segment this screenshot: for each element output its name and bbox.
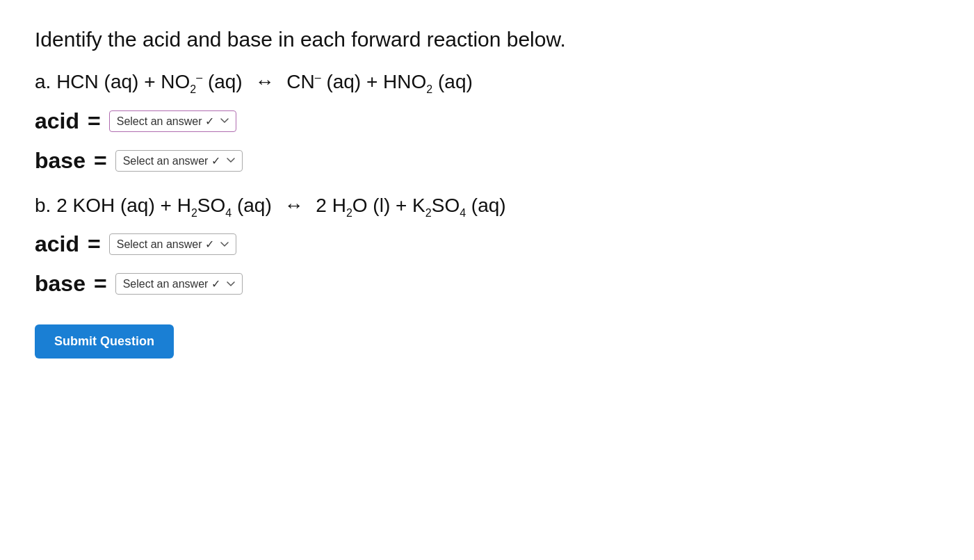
reaction-b-acid-equals: = — [88, 231, 101, 257]
instructions: Identify the acid and base in each forwa… — [35, 28, 939, 51]
reaction-a-label: a. — [35, 71, 56, 92]
reaction-b-reactants: 2 KOH (aq) + H2SO4 (aq) — [56, 195, 272, 216]
reaction-b-acid-select[interactable]: Select an answer ✓ — [109, 233, 236, 255]
reaction-b-base-label: base — [35, 271, 86, 297]
reaction-b-block: b. 2 KOH (aq) + H2SO4 (aq) ↔ 2 H2O (l) +… — [35, 195, 939, 297]
submit-button[interactable]: Submit Question — [35, 324, 174, 359]
reaction-a-acid-select[interactable]: Select an answer ✓ — [109, 110, 236, 132]
reaction-a-arrow: ↔ — [254, 71, 279, 92]
reaction-b-base-select[interactable]: Select an answer ✓ — [115, 273, 243, 295]
reaction-a-equation: a. HCN (aq) + NO2– (aq) ↔ CN– (aq) + HNO… — [35, 71, 939, 96]
reaction-b-acid-row: acid = Select an answer ✓ — [35, 231, 939, 257]
reaction-a-acid-row: acid = Select an answer ✓ — [35, 108, 939, 134]
reaction-a-base-row: base = Select an answer ✓ — [35, 148, 939, 174]
reaction-b-label: b. — [35, 195, 56, 216]
reaction-a-block: a. HCN (aq) + NO2– (aq) ↔ CN– (aq) + HNO… — [35, 71, 939, 174]
reaction-a-base-label: base — [35, 148, 86, 174]
reaction-a-acid-equals: = — [88, 108, 101, 134]
reaction-b-acid-label: acid — [35, 231, 79, 257]
reaction-b-equation: b. 2 KOH (aq) + H2SO4 (aq) ↔ 2 H2O (l) +… — [35, 195, 939, 220]
reaction-b-arrow: ↔ — [284, 195, 309, 216]
reaction-a-base-equals: = — [94, 148, 107, 174]
reaction-b-products: 2 H2O (l) + K2SO4 (aq) — [316, 195, 505, 216]
reaction-a-acid-label: acid — [35, 108, 79, 134]
reaction-b-base-equals: = — [94, 271, 107, 297]
reaction-a-base-select[interactable]: Select an answer ✓ — [115, 150, 243, 172]
reaction-a-reactant1: HCN (aq) + NO2– (aq) — [56, 71, 243, 92]
reaction-a-products: CN– (aq) + HNO2 (aq) — [286, 71, 473, 92]
reaction-b-base-row: base = Select an answer ✓ — [35, 271, 939, 297]
